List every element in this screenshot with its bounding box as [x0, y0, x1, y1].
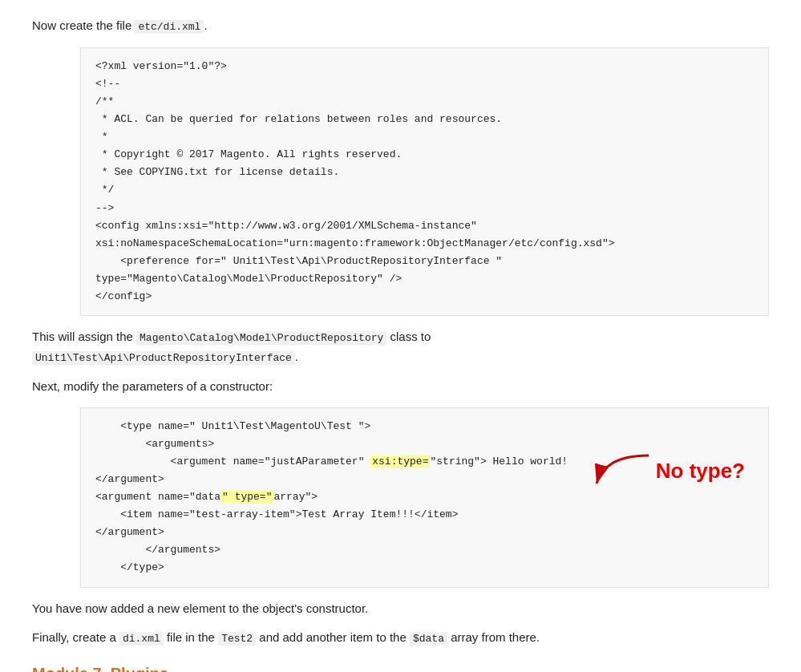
xml-code-block-1: <?xml version="1.0"?> <!-- /** * ACL. Ca… — [80, 47, 769, 316]
test2-inline: Test2 — [218, 632, 256, 646]
class-name-inline: Magento\Catalog\Model\ProductRepository — [136, 331, 386, 345]
type-array-highlight: " type=" — [220, 491, 273, 503]
added-text: You have now added a new element to the … — [32, 599, 769, 618]
no-type-label: No type? — [656, 459, 745, 484]
interface-name-inline: Unit1\Test\Api\ProductRepositoryInterfac… — [32, 351, 295, 365]
arrow-icon — [589, 451, 653, 492]
xml-code-block-2: <type name=" Unit1\Test\MagentoU\Test ">… — [80, 407, 769, 588]
next-text: Next, modify the parameters of a constru… — [32, 377, 769, 396]
di-xml-inline: di.xml — [119, 632, 164, 646]
finally-text: Finally, create a di.xml file in the Tes… — [32, 628, 769, 648]
assign-text: This will assign the Magento\Catalog\Mod… — [32, 327, 769, 367]
intro-text: Now create the file etc/di.xml. — [32, 16, 769, 36]
data-inline: $data — [410, 632, 447, 646]
xsi-type-highlight: xsi:type= — [370, 455, 430, 468]
code-annotation-container: <type name=" Unit1\Test\MagentoU\Test ">… — [80, 407, 769, 588]
no-type-annotation: No type? — [589, 451, 745, 492]
module-7-heading: Module 7. Plugins — [32, 665, 769, 672]
etc-di-xml-inline: etc/di.xml — [135, 20, 204, 34]
